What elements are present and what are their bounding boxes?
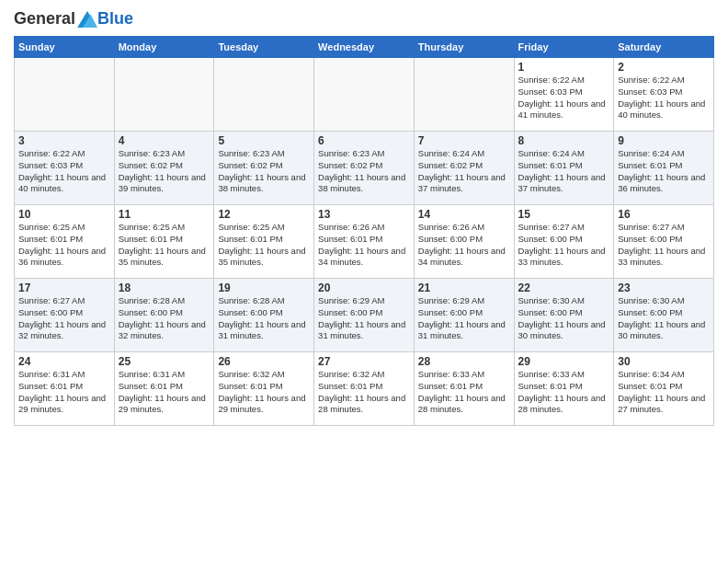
weekday-header-sunday: Sunday [15, 37, 115, 58]
day-number: 17 [18, 282, 110, 294]
weekday-header-saturday: Saturday [614, 37, 714, 58]
day-info: Sunrise: 6:27 AM Sunset: 6:00 PM Dayligh… [618, 222, 710, 269]
day-number: 23 [618, 282, 710, 294]
day-info: Sunrise: 6:26 AM Sunset: 6:01 PM Dayligh… [318, 222, 410, 269]
day-info: Sunrise: 6:28 AM Sunset: 6:00 PM Dayligh… [119, 295, 210, 342]
calendar-cell: 10Sunrise: 6:25 AM Sunset: 6:01 PM Dayli… [15, 205, 115, 279]
day-info: Sunrise: 6:31 AM Sunset: 6:01 PM Dayligh… [119, 369, 210, 416]
calendar-cell: 27Sunrise: 6:32 AM Sunset: 6:01 PM Dayli… [314, 352, 415, 426]
calendar-cell: 24Sunrise: 6:31 AM Sunset: 6:01 PM Dayli… [15, 352, 115, 426]
day-info: Sunrise: 6:25 AM Sunset: 6:01 PM Dayligh… [18, 222, 110, 269]
day-number: 5 [218, 134, 310, 147]
calendar-cell: 18Sunrise: 6:28 AM Sunset: 6:00 PM Dayli… [114, 279, 214, 352]
page-container: GeneralBlue SundayMondayTuesdayWednesday… [0, 0, 728, 431]
logo-icon [77, 11, 97, 28]
calendar-cell: 19Sunrise: 6:28 AM Sunset: 6:00 PM Dayli… [214, 279, 314, 352]
day-info: Sunrise: 6:29 AM Sunset: 6:00 PM Dayligh… [318, 295, 410, 342]
day-number: 15 [518, 208, 610, 221]
calendar-cell: 30Sunrise: 6:34 AM Sunset: 6:01 PM Dayli… [614, 352, 714, 426]
weekday-header-monday: Monday [114, 37, 214, 58]
calendar-cell [114, 58, 214, 132]
day-number: 13 [318, 208, 410, 221]
day-number: 14 [418, 208, 510, 221]
day-info: Sunrise: 6:22 AM Sunset: 6:03 PM Dayligh… [618, 75, 710, 121]
day-number: 7 [418, 134, 510, 147]
logo-text: GeneralBlue [14, 9, 133, 29]
calendar-cell: 6Sunrise: 6:23 AM Sunset: 6:02 PM Daylig… [314, 132, 415, 205]
day-info: Sunrise: 6:23 AM Sunset: 6:02 PM Dayligh… [318, 148, 410, 195]
calendar-cell: 5Sunrise: 6:23 AM Sunset: 6:02 PM Daylig… [214, 132, 314, 205]
day-number: 21 [418, 282, 510, 294]
day-number: 20 [318, 282, 410, 294]
calendar-cell: 26Sunrise: 6:32 AM Sunset: 6:01 PM Dayli… [214, 352, 314, 426]
weekday-header-tuesday: Tuesday [214, 37, 314, 58]
day-number: 16 [618, 208, 710, 221]
day-info: Sunrise: 6:30 AM Sunset: 6:00 PM Dayligh… [618, 295, 710, 342]
weekday-header-row: SundayMondayTuesdayWednesdayThursdayFrid… [15, 37, 714, 58]
calendar-cell: 22Sunrise: 6:30 AM Sunset: 6:00 PM Dayli… [514, 279, 614, 352]
calendar-cell: 11Sunrise: 6:25 AM Sunset: 6:01 PM Dayli… [114, 205, 214, 279]
calendar-cell: 12Sunrise: 6:25 AM Sunset: 6:01 PM Dayli… [214, 205, 314, 279]
calendar-cell: 15Sunrise: 6:27 AM Sunset: 6:00 PM Dayli… [514, 205, 614, 279]
day-info: Sunrise: 6:27 AM Sunset: 6:00 PM Dayligh… [18, 295, 110, 342]
calendar-cell: 13Sunrise: 6:26 AM Sunset: 6:01 PM Dayli… [314, 205, 415, 279]
day-number: 8 [518, 134, 610, 147]
day-info: Sunrise: 6:23 AM Sunset: 6:02 PM Dayligh… [218, 148, 310, 195]
day-info: Sunrise: 6:22 AM Sunset: 6:03 PM Dayligh… [518, 75, 610, 121]
day-info: Sunrise: 6:26 AM Sunset: 6:00 PM Dayligh… [418, 222, 510, 269]
calendar-cell: 4Sunrise: 6:23 AM Sunset: 6:02 PM Daylig… [114, 132, 214, 205]
day-number: 11 [119, 208, 210, 221]
calendar-cell [214, 58, 314, 132]
day-number: 24 [18, 355, 110, 368]
day-number: 9 [618, 134, 710, 147]
calendar-cell: 25Sunrise: 6:31 AM Sunset: 6:01 PM Dayli… [114, 352, 214, 426]
day-info: Sunrise: 6:30 AM Sunset: 6:00 PM Dayligh… [518, 295, 610, 342]
day-number: 29 [518, 355, 610, 368]
day-number: 4 [119, 134, 210, 147]
day-number: 2 [618, 61, 710, 74]
calendar-cell [15, 58, 115, 132]
weekday-header-friday: Friday [514, 37, 614, 58]
day-info: Sunrise: 6:29 AM Sunset: 6:00 PM Dayligh… [418, 295, 510, 342]
day-number: 25 [119, 355, 210, 368]
day-number: 19 [218, 282, 310, 294]
day-info: Sunrise: 6:24 AM Sunset: 6:01 PM Dayligh… [518, 148, 610, 195]
weekday-header-thursday: Thursday [414, 37, 514, 58]
day-info: Sunrise: 6:27 AM Sunset: 6:00 PM Dayligh… [518, 222, 610, 269]
weekday-header-wednesday: Wednesday [314, 37, 415, 58]
day-info: Sunrise: 6:23 AM Sunset: 6:02 PM Dayligh… [119, 148, 210, 195]
day-number: 30 [618, 355, 710, 368]
calendar-cell [414, 58, 514, 132]
day-info: Sunrise: 6:22 AM Sunset: 6:03 PM Dayligh… [18, 148, 110, 195]
week-row-3: 10Sunrise: 6:25 AM Sunset: 6:01 PM Dayli… [15, 205, 714, 279]
calendar-cell: 21Sunrise: 6:29 AM Sunset: 6:00 PM Dayli… [414, 279, 514, 352]
header: GeneralBlue [14, 9, 714, 29]
calendar-cell: 8Sunrise: 6:24 AM Sunset: 6:01 PM Daylig… [514, 132, 614, 205]
calendar-cell: 9Sunrise: 6:24 AM Sunset: 6:01 PM Daylig… [614, 132, 714, 205]
calendar-cell: 3Sunrise: 6:22 AM Sunset: 6:03 PM Daylig… [15, 132, 115, 205]
day-info: Sunrise: 6:25 AM Sunset: 6:01 PM Dayligh… [119, 222, 210, 269]
day-info: Sunrise: 6:28 AM Sunset: 6:00 PM Dayligh… [218, 295, 310, 342]
day-info: Sunrise: 6:32 AM Sunset: 6:01 PM Dayligh… [318, 369, 410, 416]
calendar-cell: 23Sunrise: 6:30 AM Sunset: 6:00 PM Dayli… [614, 279, 714, 352]
logo-blue-text: Blue [97, 9, 133, 28]
calendar-cell: 14Sunrise: 6:26 AM Sunset: 6:00 PM Dayli… [414, 205, 514, 279]
day-number: 27 [318, 355, 410, 368]
calendar-cell: 16Sunrise: 6:27 AM Sunset: 6:00 PM Dayli… [614, 205, 714, 279]
calendar-cell [314, 58, 415, 132]
day-info: Sunrise: 6:25 AM Sunset: 6:01 PM Dayligh… [218, 222, 310, 269]
day-info: Sunrise: 6:32 AM Sunset: 6:01 PM Dayligh… [218, 369, 310, 416]
day-info: Sunrise: 6:33 AM Sunset: 6:01 PM Dayligh… [418, 369, 510, 416]
calendar-cell: 7Sunrise: 6:24 AM Sunset: 6:02 PM Daylig… [414, 132, 514, 205]
week-row-5: 24Sunrise: 6:31 AM Sunset: 6:01 PM Dayli… [15, 352, 714, 426]
day-number: 10 [18, 208, 110, 221]
day-number: 6 [318, 134, 410, 147]
day-number: 22 [518, 282, 610, 294]
logo: GeneralBlue [14, 9, 133, 29]
logo-general: General [14, 9, 75, 29]
day-info: Sunrise: 6:31 AM Sunset: 6:01 PM Dayligh… [18, 369, 110, 416]
day-info: Sunrise: 6:24 AM Sunset: 6:01 PM Dayligh… [618, 148, 710, 195]
week-row-4: 17Sunrise: 6:27 AM Sunset: 6:00 PM Dayli… [15, 279, 714, 352]
day-number: 3 [18, 134, 110, 147]
calendar-cell: 1Sunrise: 6:22 AM Sunset: 6:03 PM Daylig… [514, 58, 614, 132]
